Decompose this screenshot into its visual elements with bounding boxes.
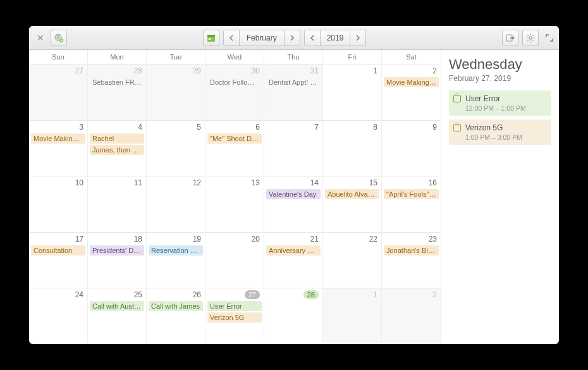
day-cell[interactable]: 11 bbox=[88, 176, 147, 232]
chevron-right-icon bbox=[355, 35, 360, 41]
day-number: 19 bbox=[193, 235, 201, 244]
event-chip[interactable]: "April's Fools" Fil... bbox=[384, 189, 439, 199]
chevron-left-icon bbox=[310, 35, 315, 41]
day-number: 10 bbox=[75, 178, 83, 187]
day-cell[interactable]: 28 bbox=[264, 288, 323, 344]
day-number: 30 bbox=[252, 66, 260, 75]
day-cell[interactable]: 19Reservation at Th... bbox=[147, 233, 205, 288]
day-cell[interactable]: 16"April's Fools" Fil... bbox=[382, 176, 441, 232]
day-number: 28 bbox=[134, 66, 142, 75]
sidebar-event[interactable]: User Error12:00 PM – 1:00 PM bbox=[449, 90, 551, 116]
day-cell[interactable]: 27 bbox=[29, 65, 88, 120]
day-number: 25 bbox=[134, 290, 142, 299]
close-button[interactable]: ✕ bbox=[34, 33, 47, 43]
expand-icon bbox=[545, 34, 554, 42]
sidebar-date: February 27, 2019 bbox=[449, 74, 551, 83]
day-cell[interactable]: 2 bbox=[382, 288, 441, 344]
next-year-button[interactable] bbox=[350, 30, 366, 46]
event-chip[interactable]: Anniversary Dinner bbox=[266, 245, 321, 256]
sidebar-event-title: Verizon 5G bbox=[465, 123, 546, 132]
month-label-button[interactable]: February bbox=[239, 30, 285, 46]
event-chip[interactable]: Dentist Appt! 🦷 bbox=[266, 77, 321, 88]
day-cell[interactable]: 15Abuelito Alvareng... bbox=[323, 176, 382, 232]
event-chip[interactable]: Valentine's Day bbox=[266, 189, 321, 199]
day-cell[interactable]: 18Presidents' Day (r... bbox=[88, 233, 147, 288]
prev-month-button[interactable] bbox=[223, 30, 240, 46]
event-chip[interactable]: Consultation bbox=[31, 245, 85, 256]
maximize-button[interactable] bbox=[545, 34, 554, 42]
day-cell[interactable]: 12 bbox=[147, 176, 205, 232]
day-number: 15 bbox=[369, 178, 377, 187]
day-number: 12 bbox=[193, 178, 201, 187]
day-cell[interactable]: 2Movie Making Fil... bbox=[382, 65, 441, 120]
day-number: 22 bbox=[369, 235, 377, 244]
day-number: 1 bbox=[373, 66, 377, 75]
calendar-icon bbox=[453, 124, 461, 132]
day-cell[interactable]: 31Dentist Appt! 🦷 bbox=[264, 65, 323, 120]
dow-header: Sun bbox=[29, 50, 88, 64]
event-chip[interactable]: Abuelito Alvareng... bbox=[325, 189, 379, 199]
day-cell[interactable]: 13 bbox=[205, 176, 264, 232]
day-cell[interactable]: 26Call with James bbox=[147, 288, 205, 344]
calendar-window: ✕ February 2019 bbox=[29, 26, 559, 344]
event-chip[interactable]: Movie Making Fil... bbox=[384, 77, 439, 87]
day-cell[interactable]: 22 bbox=[323, 233, 382, 288]
event-chip[interactable]: Call with Austin ... bbox=[90, 301, 144, 311]
day-sidebar: Wednesday February 27, 2019 User Error12… bbox=[441, 50, 559, 344]
prev-year-button[interactable] bbox=[304, 30, 321, 46]
event-chip[interactable]: Reservation at Th... bbox=[149, 245, 203, 256]
day-cell[interactable]: 17Consultation bbox=[29, 233, 88, 288]
svg-point-6 bbox=[529, 36, 532, 39]
day-number: 6 bbox=[255, 123, 260, 132]
day-cell[interactable]: 1 bbox=[323, 288, 382, 344]
next-month-button[interactable] bbox=[284, 30, 300, 46]
day-cell[interactable]: 10 bbox=[29, 176, 88, 232]
day-cell[interactable]: 6"Me" Shoot Day #1 bbox=[205, 121, 264, 176]
event-chip[interactable]: Movie Making Fil... bbox=[31, 133, 85, 144]
day-number: 5 bbox=[197, 123, 201, 132]
day-cell[interactable]: 14Valentine's Day bbox=[264, 176, 323, 232]
event-chip[interactable]: Sébastien FRADE'... bbox=[90, 77, 144, 87]
day-cell[interactable]: 21Anniversary Dinner bbox=[264, 233, 323, 288]
day-cell[interactable]: 7 bbox=[264, 121, 323, 176]
gear-icon bbox=[525, 33, 536, 43]
event-chip[interactable]: James, then Davi... bbox=[90, 145, 144, 155]
day-number: 13 bbox=[252, 178, 260, 187]
day-cell[interactable]: 29 bbox=[147, 65, 205, 120]
day-cell[interactable]: 1 bbox=[323, 65, 382, 120]
day-cell[interactable]: 30Doctor Follow Up bbox=[205, 65, 264, 120]
day-cell[interactable]: 9 bbox=[382, 121, 441, 176]
day-number: 17 bbox=[75, 235, 83, 244]
event-chip[interactable]: Doctor Follow Up bbox=[207, 77, 262, 87]
day-number: 29 bbox=[193, 66, 201, 75]
calendar-today-icon bbox=[206, 33, 216, 43]
event-chip[interactable]: Call with James bbox=[149, 301, 203, 311]
day-cell[interactable]: 28Sébastien FRADE'... bbox=[88, 65, 147, 120]
day-cell[interactable]: 8 bbox=[323, 121, 382, 176]
year-label-button[interactable]: 2019 bbox=[320, 30, 351, 46]
day-cell[interactable]: 4RachelJames, then Davi... bbox=[88, 121, 147, 176]
day-number: 18 bbox=[134, 235, 142, 244]
month-grid: SunMonTueWedThuFriSat 2728Sébastien FRAD… bbox=[29, 50, 441, 344]
day-cell[interactable]: 5 bbox=[147, 121, 205, 176]
day-cell[interactable]: 27User ErrorVerizon 5G bbox=[205, 288, 264, 344]
event-chip[interactable]: Verizon 5G bbox=[207, 312, 262, 323]
event-chip[interactable]: "Me" Shoot Day #1 bbox=[207, 133, 262, 144]
sidebar-event[interactable]: Verizon 5G1:00 PM – 3:00 PM bbox=[449, 120, 551, 145]
today-button[interactable] bbox=[203, 30, 219, 46]
day-number: 9 bbox=[432, 123, 437, 132]
settings-button[interactable] bbox=[522, 30, 539, 46]
event-chip[interactable]: Presidents' Day (r... bbox=[90, 245, 144, 256]
calendar-source-button[interactable] bbox=[51, 30, 67, 46]
day-cell[interactable]: 24 bbox=[29, 288, 88, 344]
day-number: 7 bbox=[314, 123, 319, 132]
day-cell[interactable]: 3Movie Making Fil... bbox=[29, 121, 88, 176]
export-button[interactable] bbox=[502, 30, 518, 46]
day-cell[interactable]: 20 bbox=[205, 233, 264, 288]
event-chip[interactable]: Jonathan's Birthday bbox=[384, 245, 439, 256]
day-cell[interactable]: 25Call with Austin ... bbox=[88, 288, 147, 344]
sidebar-event-title: User Error bbox=[465, 94, 546, 103]
day-cell[interactable]: 23Jonathan's Birthday bbox=[382, 233, 441, 288]
event-chip[interactable]: Rachel bbox=[90, 133, 144, 144]
event-chip[interactable]: User Error bbox=[207, 301, 262, 311]
